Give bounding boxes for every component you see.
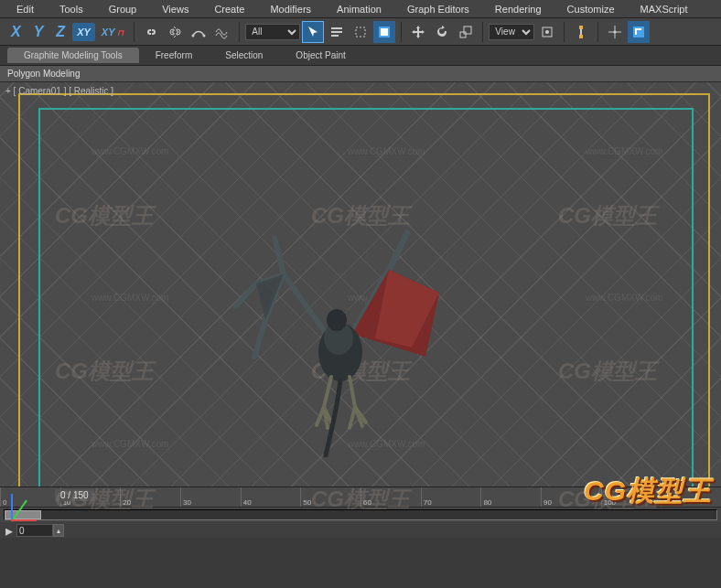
svg-rect-12 xyxy=(579,26,583,29)
select-region-rect-icon[interactable] xyxy=(350,21,371,43)
menu-edit[interactable]: Edit xyxy=(4,4,47,15)
axis-gizmo[interactable] xyxy=(11,485,48,521)
svg-rect-5 xyxy=(356,27,365,37)
menu-graph-editors[interactable]: Graph Editors xyxy=(394,4,482,15)
svg-rect-16 xyxy=(633,27,644,37)
viewport-label[interactable]: + [ Camera01 ] [ Realistic ] xyxy=(5,86,113,96)
menu-tools[interactable]: Tools xyxy=(47,4,96,15)
manipulate-icon[interactable] xyxy=(570,21,592,43)
frame-start-stepper: ▲ xyxy=(16,524,64,537)
ribbon-tab-freeform[interactable]: Freeform xyxy=(139,48,210,63)
svg-rect-3 xyxy=(331,31,342,33)
ribbon-tab-graphite[interactable]: Graphite Modeling Tools xyxy=(7,48,139,63)
pivot-icon[interactable] xyxy=(536,21,558,43)
svg-rect-7 xyxy=(381,28,388,36)
corner-watermark: CG模型王 xyxy=(584,473,712,510)
menu-views[interactable]: Views xyxy=(149,4,201,15)
svg-rect-13 xyxy=(579,35,583,38)
axis-x-button[interactable]: X xyxy=(5,22,27,42)
link-icon[interactable] xyxy=(140,21,162,43)
window-crossing-icon[interactable] xyxy=(373,21,395,43)
toolbar-divider-6 xyxy=(597,22,598,42)
menu-modifiers[interactable]: Modifiers xyxy=(257,4,324,15)
time-tick: 70 xyxy=(421,487,481,507)
svg-rect-4 xyxy=(331,35,339,37)
svg-rect-9 xyxy=(464,27,471,34)
axis-xy-magnet-label: XY xyxy=(102,27,114,37)
toolbar-divider-4 xyxy=(482,22,483,42)
axis-xy-magnet-button[interactable]: XY ⊓ xyxy=(97,23,129,41)
viewport[interactable]: + [ Camera01 ] [ Realistic ] www.CGMXW.c… xyxy=(0,82,721,538)
axis-y-button[interactable]: Y xyxy=(28,22,49,42)
rotate-icon[interactable] xyxy=(431,21,453,43)
axis-toolbar: X Y Z XY XY ⊓ All View xyxy=(0,18,721,46)
stepper-up-button[interactable]: ▲ xyxy=(53,524,64,537)
toolbar-divider xyxy=(134,22,135,42)
menu-animation[interactable]: Animation xyxy=(324,4,394,15)
wave-icon[interactable] xyxy=(211,21,233,43)
angle-snap-icon[interactable] xyxy=(628,21,650,43)
toolbar-divider-2 xyxy=(239,22,240,42)
bind-icon[interactable] xyxy=(188,21,210,43)
svg-rect-8 xyxy=(460,32,466,37)
gizmo-y-axis xyxy=(11,499,27,521)
snap-toggle-icon[interactable] xyxy=(604,21,626,43)
frame-start-input[interactable] xyxy=(16,524,53,537)
svg-point-11 xyxy=(545,30,549,34)
ribbon-tab-object-paint[interactable]: Object Paint xyxy=(279,48,361,63)
axis-xy-button[interactable]: XY xyxy=(72,23,95,41)
move-icon[interactable] xyxy=(407,21,429,43)
toolbar-divider-5 xyxy=(564,22,565,42)
menu-rendering[interactable]: Rendering xyxy=(482,4,554,15)
time-tick: 50 xyxy=(300,487,360,507)
toolbar-divider-3 xyxy=(401,22,402,42)
time-tick: 20 xyxy=(120,487,180,507)
ribbon-panel-label[interactable]: Polygon Modeling xyxy=(0,66,721,82)
svg-rect-14 xyxy=(580,29,582,35)
svg-point-15 xyxy=(614,30,617,33)
time-tick: 60 xyxy=(360,487,421,507)
svg-point-1 xyxy=(203,34,206,37)
time-tick: 30 xyxy=(180,487,241,507)
frame-counter: 0 / 150 xyxy=(55,489,94,501)
svg-point-19 xyxy=(327,309,347,331)
unlink-icon[interactable] xyxy=(164,21,186,43)
reference-coord-dropdown[interactable]: View xyxy=(489,24,534,40)
menu-create[interactable]: Create xyxy=(201,4,257,15)
select-name-icon[interactable] xyxy=(326,21,348,43)
axis-z-button[interactable]: Z xyxy=(50,22,70,42)
selection-filter-dropdown[interactable]: All xyxy=(245,24,300,40)
creature-model[interactable] xyxy=(229,219,467,457)
menu-group[interactable]: Group xyxy=(96,4,150,15)
time-controls: ▸ ▲ xyxy=(0,522,721,538)
time-tick: 80 xyxy=(480,487,541,507)
time-slider-track[interactable] xyxy=(4,509,717,520)
ribbon-tab-selection[interactable]: Selection xyxy=(209,48,279,63)
svg-point-0 xyxy=(192,34,195,37)
menu-customize[interactable]: Customize xyxy=(554,4,628,15)
ribbon-tab-bar: Graphite Modeling Tools Freeform Selecti… xyxy=(0,46,721,66)
main-menu-bar: Edit Tools Group Views Create Modifiers … xyxy=(0,0,721,18)
menu-maxscript[interactable]: MAXScript xyxy=(628,4,701,15)
scale-icon[interactable] xyxy=(455,21,477,43)
gizmo-x-axis xyxy=(11,519,37,521)
select-object-icon[interactable] xyxy=(302,21,324,43)
magnet-icon: ⊓ xyxy=(117,28,124,37)
expand-icon[interactable]: ▸ xyxy=(5,522,13,539)
svg-rect-2 xyxy=(331,27,342,29)
time-tick: 40 xyxy=(241,487,301,507)
